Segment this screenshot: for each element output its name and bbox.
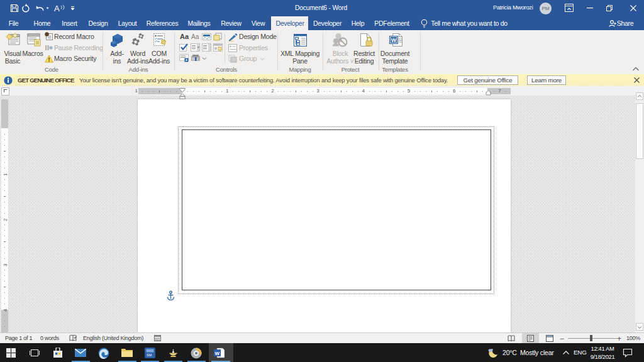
svg-text:W: W	[215, 351, 220, 356]
svg-text:SM: SM	[147, 353, 152, 357]
svg-text:W: W	[391, 37, 397, 43]
